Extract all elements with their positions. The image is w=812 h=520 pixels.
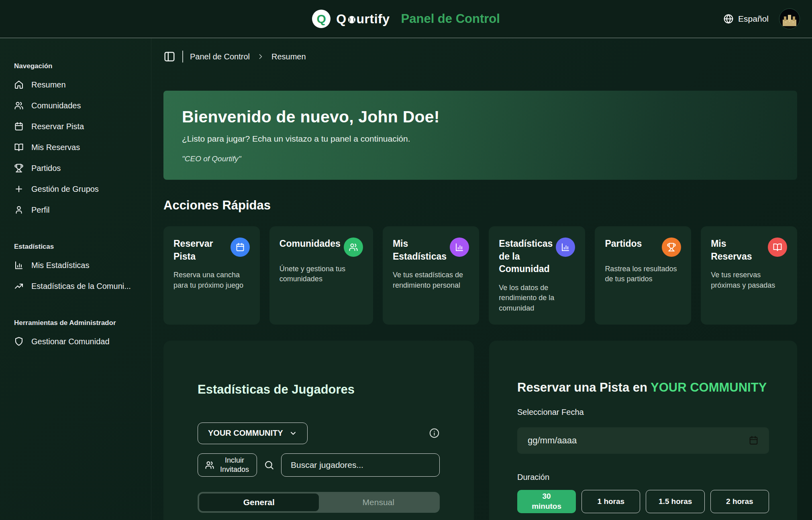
info-icon: [429, 428, 440, 439]
sidebar-item-label: Reservar Pista: [31, 122, 84, 131]
calendar-icon: [231, 238, 250, 257]
include-guests-button[interactable]: Incluir Invitados: [198, 453, 257, 477]
users-icon: [205, 460, 214, 470]
sidebar-item-label: Partidos: [31, 164, 61, 173]
breadcrumb-panel-de-control[interactable]: Panel de Control: [190, 52, 250, 61]
quick-actions-heading: Acciones Rápidas: [163, 198, 797, 213]
booking-title-community: YOUR COMMUNITY: [651, 380, 767, 394]
trending-up-icon: [14, 281, 24, 291]
player-stats-title: Estadísticas de Jugadores: [198, 381, 440, 399]
sidebar-heading: Herramientas de Administrador: [14, 319, 143, 327]
sidebar-item-label: Comunidades: [31, 101, 81, 110]
sidebar-item-partidos[interactable]: Partidos: [14, 158, 143, 179]
users-icon: [14, 101, 24, 110]
quick-action-reservar-pista[interactable]: Reservar Pista Reserva una cancha para t…: [163, 226, 260, 325]
trophy-icon: [14, 163, 24, 173]
sidebar-heading: Navegación: [14, 62, 143, 70]
breadcrumb-separator: [182, 51, 183, 63]
chevron-down-icon: [289, 429, 297, 437]
tennis-ball-icon: [347, 15, 356, 24]
booking-panel: Reservar una Pista en YOUR COMMUNITY Sel…: [489, 341, 797, 520]
quick-action-partidos[interactable]: Partidos Rastrea los resultados de tus p…: [595, 226, 691, 325]
booking-title: Reservar una Pista en YOUR COMMUNITY: [517, 379, 769, 397]
bar-chart-icon: [14, 260, 24, 270]
sidebar-item-gestion-de-grupos[interactable]: Gestión de Grupos: [14, 179, 143, 199]
sidebar-item-label: Mis Reservas: [31, 143, 80, 152]
sidebar-toggle-button[interactable]: [163, 51, 175, 63]
date-placeholder: gg/mm/aaaa: [528, 435, 577, 446]
book-open-icon: [14, 142, 24, 152]
duration-30-minutos[interactable]: 30 minutos: [517, 490, 576, 513]
avatar-photo: [779, 9, 800, 29]
user-icon: [14, 205, 24, 215]
calendar-icon: [14, 122, 24, 131]
sidebar-item-label: Perfil: [31, 205, 50, 215]
tab-general[interactable]: General: [199, 494, 319, 511]
brand: Q Qurtify Panel de Control: [312, 10, 500, 28]
app-header: Q Qurtify Panel de Control Español: [0, 0, 812, 38]
panel-left-icon: [163, 51, 175, 63]
home-icon: [14, 80, 24, 89]
welcome-subtitle: ¿Listo para jugar? Echa un vistazo a tu …: [182, 134, 779, 144]
sidebar-item-label: Mis Estadísticas: [31, 261, 89, 270]
trophy-icon: [662, 238, 681, 257]
quick-action-mis-estadisticas[interactable]: Mis Estadísticas Ve tus estadísticas de …: [383, 226, 479, 325]
header-actions: Español: [723, 0, 800, 38]
sidebar-section-navigation: Navegación Resumen Comunidades Reservar …: [14, 62, 143, 220]
stats-tabs: General Mensual: [198, 492, 440, 513]
sidebar-section-admin: Herramientas de Administrador Gestionar …: [14, 319, 143, 352]
sidebar: Navegación Resumen Comunidades Reservar …: [0, 38, 151, 520]
chevron-right-icon: [257, 53, 265, 61]
search-icon: [264, 460, 274, 470]
sidebar-item-reservar-pista[interactable]: Reservar Pista: [14, 116, 143, 137]
sidebar-item-gestionar-comunidad[interactable]: Gestionar Comunidad: [14, 331, 143, 352]
sidebar-item-mis-estadisticas[interactable]: Mis Estadísticas: [14, 255, 143, 276]
page-title: Panel de Control: [401, 12, 500, 26]
tab-mensual[interactable]: Mensual: [319, 494, 439, 511]
breadcrumb: Panel de Control Resumen: [163, 48, 797, 65]
sidebar-section-estadisticas: Estadísticas Mis Estadísticas Estadístic…: [14, 243, 143, 297]
quick-action-estadisticas-comunidad[interactable]: Estadísticas de la Comunidad Ve los dato…: [489, 226, 585, 325]
sidebar-item-mis-reservas[interactable]: Mis Reservas: [14, 137, 143, 158]
breadcrumb-resumen: Resumen: [271, 52, 306, 61]
sidebar-item-resumen[interactable]: Resumen: [14, 74, 143, 95]
duration-1-horas[interactable]: 1 horas: [581, 490, 640, 513]
welcome-role: "CEO of Qourtify": [182, 154, 779, 163]
sidebar-item-label: Gestionar Comunidad: [31, 337, 110, 346]
welcome-banner: Bienvenido de nuevo, John Doe! ¿Listo pa…: [163, 91, 797, 180]
sidebar-heading: Estadísticas: [14, 243, 143, 251]
brand-name: Qurtify: [336, 12, 390, 26]
logo-letter: Q: [316, 12, 326, 26]
quick-action-comunidades[interactable]: Comunidades Únete y gestiona tus comunid…: [269, 226, 373, 325]
shield-icon: [14, 337, 24, 346]
sidebar-item-comunidades[interactable]: Comunidades: [14, 95, 143, 116]
duration-options: 30 minutos 1 horas 1.5 horas 2 horas: [517, 490, 769, 513]
main-content: Panel de Control Resumen Bienvenido de n…: [151, 38, 812, 520]
info-button[interactable]: [429, 428, 440, 439]
select-date-label: Seleccionar Fecha: [517, 408, 769, 417]
date-input[interactable]: gg/mm/aaaa: [517, 427, 769, 454]
globe-icon: [723, 14, 734, 24]
quick-action-mis-reservas[interactable]: Mis Reservas Ve tus reservas próximas y …: [701, 226, 797, 325]
language-switcher[interactable]: Español: [723, 14, 769, 24]
duration-2-horas[interactable]: 2 horas: [710, 490, 769, 513]
bar-chart-icon: [556, 238, 575, 257]
calendar-icon: [749, 435, 759, 445]
duration-label: Duración: [517, 473, 769, 482]
player-stats-panel: Estadísticas de Jugadores YOUR COMMUNITY…: [163, 341, 474, 520]
search-players-input[interactable]: [281, 453, 440, 477]
sidebar-item-label: Gestión de Grupos: [31, 185, 99, 194]
sidebar-item-perfil[interactable]: Perfil: [14, 199, 143, 220]
sidebar-item-label: Resumen: [31, 80, 66, 89]
avatar[interactable]: [779, 8, 800, 29]
community-dropdown[interactable]: YOUR COMMUNITY: [198, 422, 308, 444]
users-icon: [344, 238, 363, 257]
book-open-icon: [768, 238, 787, 257]
duration-1-5-horas[interactable]: 1.5 horas: [646, 490, 704, 513]
language-label: Español: [738, 14, 769, 24]
sidebar-item-label: Estadísticas de la Comuni...: [31, 282, 131, 291]
qourtify-logo-icon: Q: [312, 10, 331, 28]
bar-chart-icon: [450, 238, 469, 257]
welcome-title: Bienvenido de nuevo, John Doe!: [182, 108, 779, 126]
sidebar-item-estadisticas-comunidad[interactable]: Estadísticas de la Comuni...: [14, 276, 143, 297]
